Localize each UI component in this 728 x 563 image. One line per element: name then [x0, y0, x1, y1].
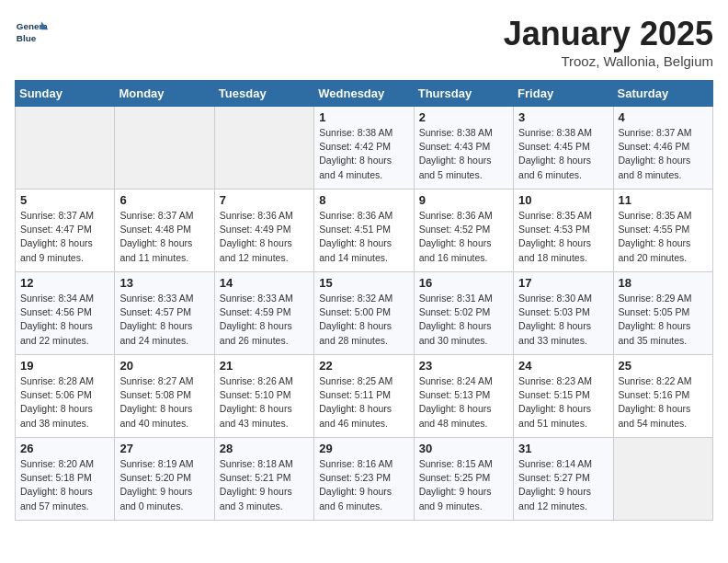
day-info: Sunrise: 8:37 AM Sunset: 4:46 PM Dayligh…: [619, 126, 708, 182]
day-number: 25: [619, 359, 708, 373]
calendar-cell: 30Sunrise: 8:15 AM Sunset: 5:25 PM Dayli…: [414, 438, 513, 521]
day-number: 22: [319, 359, 408, 373]
day-number: 26: [20, 442, 109, 455]
day-number: 16: [419, 276, 508, 290]
day-number: 30: [419, 442, 508, 455]
day-number: 21: [220, 359, 309, 373]
weekday-thursday: Thursday: [414, 81, 513, 107]
svg-text:Blue: Blue: [17, 33, 37, 43]
calendar-cell: 22Sunrise: 8:25 AM Sunset: 5:11 PM Dayli…: [314, 355, 414, 438]
day-number: 12: [20, 276, 109, 290]
calendar-cell: 18Sunrise: 8:29 AM Sunset: 5:05 PM Dayli…: [613, 272, 712, 355]
calendar-cell: 1Sunrise: 8:38 AM Sunset: 4:42 PM Daylig…: [314, 107, 414, 190]
day-info: Sunrise: 8:36 AM Sunset: 4:49 PM Dayligh…: [220, 209, 309, 265]
day-info: Sunrise: 8:32 AM Sunset: 5:00 PM Dayligh…: [319, 292, 408, 348]
logo: General Blue General Blue: [15, 15, 51, 48]
day-number: 28: [220, 442, 309, 455]
calendar-cell: 29Sunrise: 8:16 AM Sunset: 5:23 PM Dayli…: [314, 438, 414, 521]
calendar-cell: 2Sunrise: 8:38 AM Sunset: 4:43 PM Daylig…: [414, 107, 513, 190]
day-number: 11: [619, 193, 708, 207]
day-info: Sunrise: 8:26 AM Sunset: 5:10 PM Dayligh…: [220, 374, 309, 431]
day-number: 8: [319, 193, 408, 207]
calendar-cell: 19Sunrise: 8:28 AM Sunset: 5:06 PM Dayli…: [16, 355, 115, 438]
day-number: 1: [319, 110, 408, 124]
weekday-wednesday: Wednesday: [314, 81, 414, 107]
calendar-cell: 26Sunrise: 8:20 AM Sunset: 5:18 PM Dayli…: [16, 438, 115, 521]
day-info: Sunrise: 8:22 AM Sunset: 5:16 PM Dayligh…: [619, 374, 708, 431]
week-row-5: 26Sunrise: 8:20 AM Sunset: 5:18 PM Dayli…: [16, 438, 713, 521]
calendar-cell: 12Sunrise: 8:34 AM Sunset: 4:56 PM Dayli…: [16, 272, 115, 355]
day-number: 14: [220, 276, 309, 290]
day-info: Sunrise: 8:15 AM Sunset: 5:25 PM Dayligh…: [419, 457, 508, 513]
month-title: January 2025: [504, 15, 713, 53]
week-row-1: 1Sunrise: 8:38 AM Sunset: 4:42 PM Daylig…: [16, 107, 713, 190]
calendar-cell: 24Sunrise: 8:23 AM Sunset: 5:15 PM Dayli…: [514, 355, 613, 438]
day-number: 17: [518, 276, 608, 290]
day-info: Sunrise: 8:35 AM Sunset: 4:53 PM Dayligh…: [518, 209, 608, 265]
day-info: Sunrise: 8:38 AM Sunset: 4:42 PM Dayligh…: [319, 126, 408, 182]
day-info: Sunrise: 8:37 AM Sunset: 4:48 PM Dayligh…: [119, 209, 209, 265]
header: General Blue General Blue January 2025 T…: [15, 15, 713, 69]
week-row-2: 5Sunrise: 8:37 AM Sunset: 4:47 PM Daylig…: [16, 190, 713, 272]
weekday-tuesday: Tuesday: [214, 81, 313, 107]
calendar-cell: 20Sunrise: 8:27 AM Sunset: 5:08 PM Dayli…: [115, 355, 214, 438]
calendar-cell: 6Sunrise: 8:37 AM Sunset: 4:48 PM Daylig…: [115, 190, 214, 272]
weekday-header: SundayMondayTuesdayWednesdayThursdayFrid…: [16, 81, 713, 107]
day-info: Sunrise: 8:16 AM Sunset: 5:23 PM Dayligh…: [319, 457, 408, 513]
calendar-cell: 15Sunrise: 8:32 AM Sunset: 5:00 PM Dayli…: [314, 272, 414, 355]
day-number: 10: [518, 193, 608, 207]
day-number: 13: [119, 276, 209, 290]
weekday-monday: Monday: [115, 81, 214, 107]
day-number: 27: [119, 442, 209, 455]
day-number: 23: [419, 359, 508, 373]
day-info: Sunrise: 8:36 AM Sunset: 4:51 PM Dayligh…: [319, 209, 408, 265]
week-row-3: 12Sunrise: 8:34 AM Sunset: 4:56 PM Dayli…: [16, 272, 713, 355]
calendar-cell: 23Sunrise: 8:24 AM Sunset: 5:13 PM Dayli…: [414, 355, 513, 438]
day-number: 5: [20, 193, 109, 207]
day-info: Sunrise: 8:19 AM Sunset: 5:20 PM Dayligh…: [119, 457, 209, 513]
week-row-4: 19Sunrise: 8:28 AM Sunset: 5:06 PM Dayli…: [16, 355, 713, 438]
day-info: Sunrise: 8:14 AM Sunset: 5:27 PM Dayligh…: [518, 457, 608, 513]
day-number: 2: [419, 110, 508, 124]
day-info: Sunrise: 8:37 AM Sunset: 4:47 PM Dayligh…: [20, 209, 109, 265]
calendar-cell: 5Sunrise: 8:37 AM Sunset: 4:47 PM Daylig…: [16, 190, 115, 272]
calendar-cell: [214, 107, 313, 190]
calendar-cell: 7Sunrise: 8:36 AM Sunset: 4:49 PM Daylig…: [214, 190, 313, 272]
day-info: Sunrise: 8:38 AM Sunset: 4:45 PM Dayligh…: [518, 126, 608, 182]
calendar-cell: 11Sunrise: 8:35 AM Sunset: 4:55 PM Dayli…: [613, 190, 712, 272]
day-info: Sunrise: 8:23 AM Sunset: 5:15 PM Dayligh…: [518, 374, 608, 431]
calendar-cell: 4Sunrise: 8:37 AM Sunset: 4:46 PM Daylig…: [613, 107, 712, 190]
day-number: 24: [518, 359, 608, 373]
logo-icon: General Blue: [15, 15, 48, 48]
calendar-cell: [16, 107, 115, 190]
day-number: 3: [518, 110, 608, 124]
day-number: 20: [119, 359, 209, 373]
calendar-cell: 31Sunrise: 8:14 AM Sunset: 5:27 PM Dayli…: [514, 438, 613, 521]
calendar-cell: 28Sunrise: 8:18 AM Sunset: 5:21 PM Dayli…: [214, 438, 313, 521]
calendar-cell: [115, 107, 214, 190]
day-info: Sunrise: 8:33 AM Sunset: 4:59 PM Dayligh…: [220, 292, 309, 348]
title-area: January 2025 Trooz, Wallonia, Belgium: [504, 15, 713, 69]
day-number: 9: [419, 193, 508, 207]
calendar-cell: [613, 438, 712, 521]
calendar-cell: 9Sunrise: 8:36 AM Sunset: 4:52 PM Daylig…: [414, 190, 513, 272]
weekday-saturday: Saturday: [613, 81, 712, 107]
calendar-cell: 16Sunrise: 8:31 AM Sunset: 5:02 PM Dayli…: [414, 272, 513, 355]
calendar-cell: 27Sunrise: 8:19 AM Sunset: 5:20 PM Dayli…: [115, 438, 214, 521]
day-number: 6: [119, 193, 209, 207]
day-number: 7: [220, 193, 309, 207]
calendar-cell: 17Sunrise: 8:30 AM Sunset: 5:03 PM Dayli…: [514, 272, 613, 355]
calendar-body: 1Sunrise: 8:38 AM Sunset: 4:42 PM Daylig…: [16, 107, 713, 521]
day-info: Sunrise: 8:35 AM Sunset: 4:55 PM Dayligh…: [619, 209, 708, 265]
weekday-sunday: Sunday: [16, 81, 115, 107]
day-info: Sunrise: 8:27 AM Sunset: 5:08 PM Dayligh…: [119, 374, 209, 431]
day-number: 29: [319, 442, 408, 455]
day-number: 18: [619, 276, 708, 290]
calendar-cell: 8Sunrise: 8:36 AM Sunset: 4:51 PM Daylig…: [314, 190, 414, 272]
day-number: 4: [619, 110, 708, 124]
calendar-cell: 13Sunrise: 8:33 AM Sunset: 4:57 PM Dayli…: [115, 272, 214, 355]
calendar: SundayMondayTuesdayWednesdayThursdayFrid…: [15, 80, 713, 521]
calendar-cell: 3Sunrise: 8:38 AM Sunset: 4:45 PM Daylig…: [514, 107, 613, 190]
day-number: 19: [20, 359, 109, 373]
day-info: Sunrise: 8:24 AM Sunset: 5:13 PM Dayligh…: [419, 374, 508, 431]
